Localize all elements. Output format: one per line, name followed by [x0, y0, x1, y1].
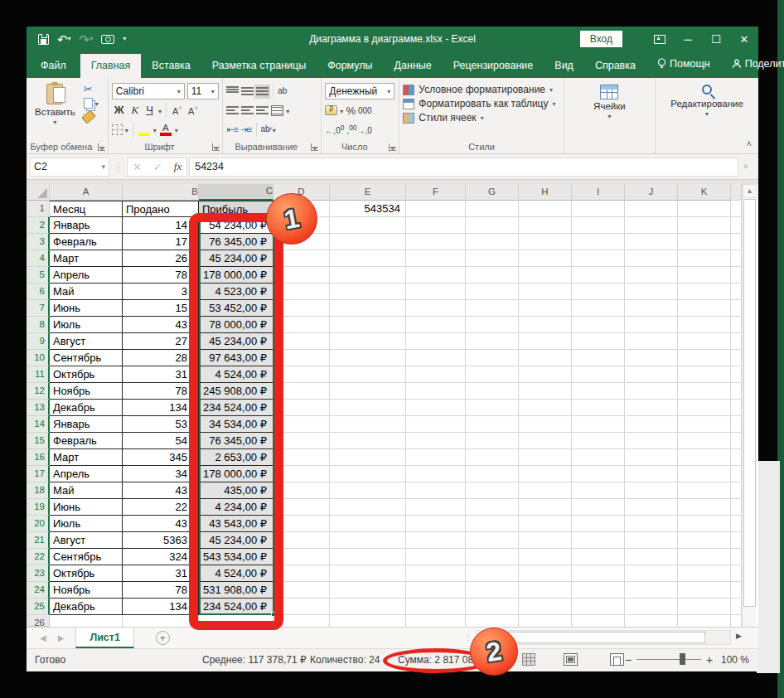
close-button[interactable]: ✕	[730, 27, 758, 51]
empty-cell[interactable]	[625, 300, 678, 317]
empty-cell[interactable]	[466, 300, 519, 317]
copy-icon[interactable]	[84, 98, 93, 109]
empty-cell[interactable]	[330, 333, 406, 350]
sheet-nav-left-icon[interactable]: ◀	[40, 633, 46, 642]
empty-cell[interactable]	[466, 615, 519, 627]
editing-button[interactable]: Редактирование ▾	[665, 80, 749, 138]
empty-cell[interactable]	[466, 250, 519, 267]
cell-month[interactable]: Апрель	[50, 466, 123, 482]
cell-profit[interactable]: 435,00 ₽	[199, 482, 273, 499]
column-header-h[interactable]: H	[519, 184, 572, 201]
empty-cell[interactable]	[572, 366, 625, 383]
empty-cell[interactable]	[519, 317, 572, 333]
empty-cell[interactable]	[273, 565, 330, 582]
empty-cell[interactable]	[330, 615, 406, 627]
undo-icon[interactable]: ↶▾	[57, 33, 71, 46]
empty-cell[interactable]	[625, 532, 678, 549]
empty-cell[interactable]	[406, 317, 466, 333]
empty-cell[interactable]	[519, 516, 572, 532]
empty-cell[interactable]	[330, 267, 406, 284]
empty-cell[interactable]	[406, 366, 466, 383]
cell-sold[interactable]: 324	[123, 549, 199, 565]
empty-cell[interactable]	[678, 599, 731, 615]
row-header[interactable]: 11	[27, 366, 50, 383]
empty-cell[interactable]	[406, 250, 466, 267]
cell-profit[interactable]: 76 345,00 ₽	[199, 433, 273, 449]
conditional-formatting-button[interactable]: Условное форматирование▾	[403, 84, 555, 95]
empty-cell[interactable]	[406, 333, 466, 350]
empty-cell[interactable]	[406, 482, 466, 499]
cell-profit[interactable]: 45 234,00 ₽	[199, 333, 273, 350]
cell-profit[interactable]: 97 643,00 ₽	[199, 350, 273, 366]
cell-month[interactable]: Февраль	[50, 234, 123, 250]
empty-cell[interactable]	[273, 250, 330, 267]
tab-data[interactable]: Данные	[384, 54, 443, 78]
row-header[interactable]: 20	[27, 516, 50, 532]
column-header-c[interactable]: C	[199, 184, 273, 201]
tab-formulas[interactable]: Формулы	[317, 54, 383, 78]
column-header-i[interactable]: I	[572, 184, 625, 201]
empty-cell[interactable]	[406, 516, 466, 532]
empty-cell[interactable]	[678, 234, 731, 250]
number-format-select[interactable]: Денежный▾	[325, 83, 394, 99]
empty-cell[interactable]	[273, 499, 330, 516]
empty-cell[interactable]	[572, 201, 625, 217]
formula-input[interactable]: 54234	[189, 158, 738, 177]
empty-cell[interactable]	[406, 499, 466, 516]
cell-profit[interactable]: 53 452,00 ₽	[199, 300, 273, 317]
empty-cell[interactable]	[519, 449, 572, 466]
row-header[interactable]: 8	[27, 317, 50, 333]
empty-cell[interactable]	[273, 300, 330, 317]
cell-sold[interactable]: 78	[123, 582, 199, 599]
empty-cell[interactable]	[466, 466, 519, 482]
empty-cell[interactable]	[123, 615, 199, 627]
empty-cell[interactable]	[625, 466, 678, 482]
macro-grid-icon[interactable]	[522, 653, 535, 666]
cell-sold[interactable]: 5363	[123, 532, 199, 549]
empty-cell[interactable]	[625, 317, 678, 333]
format-as-table-button[interactable]: Форматировать как таблицу▾	[403, 98, 555, 109]
cell-sold[interactable]: 54	[123, 433, 199, 449]
editing-dropdown-icon[interactable]: ▾	[705, 110, 709, 118]
orientation-dropdown-icon[interactable]: ▾	[273, 127, 276, 134]
empty-cell[interactable]	[572, 582, 625, 599]
cell-month[interactable]: Декабрь	[50, 400, 123, 416]
empty-cell[interactable]	[519, 217, 572, 234]
empty-cell[interactable]	[273, 267, 330, 284]
cell-month[interactable]: Май	[50, 482, 123, 499]
empty-cell[interactable]	[466, 516, 519, 532]
empty-cell[interactable]	[519, 433, 572, 449]
empty-cell[interactable]	[678, 300, 731, 317]
empty-cell[interactable]	[330, 217, 406, 234]
row-header[interactable]: 12	[27, 383, 50, 400]
cell-profit[interactable]: 54 234,00 ₽	[199, 217, 273, 234]
empty-cell[interactable]	[572, 383, 625, 400]
empty-cell[interactable]	[519, 201, 572, 217]
empty-cell[interactable]	[678, 317, 731, 333]
cell-month[interactable]: Октябрь	[50, 366, 123, 383]
empty-cell[interactable]	[519, 499, 572, 516]
cell-sold[interactable]: 43	[123, 317, 199, 333]
empty-cell[interactable]	[572, 516, 625, 532]
scroll-right-icon[interactable]: ▶	[736, 632, 742, 640]
cell-profit[interactable]: 178 000,00 ₽	[199, 267, 273, 284]
merge-center-icon[interactable]	[271, 105, 283, 116]
empty-cell[interactable]	[678, 416, 731, 433]
empty-cell[interactable]	[273, 201, 330, 217]
empty-cell[interactable]	[406, 383, 466, 400]
tab-help[interactable]: Справка	[584, 54, 646, 78]
row-header[interactable]: 24	[27, 582, 50, 599]
empty-cell[interactable]	[330, 482, 406, 499]
empty-cell[interactable]	[678, 449, 731, 466]
cell-sold[interactable]: 26	[123, 250, 199, 267]
empty-cell[interactable]	[678, 499, 731, 516]
empty-cell[interactable]	[273, 333, 330, 350]
empty-cell[interactable]	[466, 217, 519, 234]
currency-dropdown-icon[interactable]: ▾	[340, 108, 343, 115]
empty-cell[interactable]	[625, 350, 678, 366]
empty-cell[interactable]	[466, 234, 519, 250]
number-dialog-launcher-icon[interactable]	[389, 143, 396, 151]
empty-cell[interactable]	[625, 582, 678, 599]
empty-cell[interactable]	[572, 400, 625, 416]
cell-month[interactable]: Август	[50, 333, 123, 350]
